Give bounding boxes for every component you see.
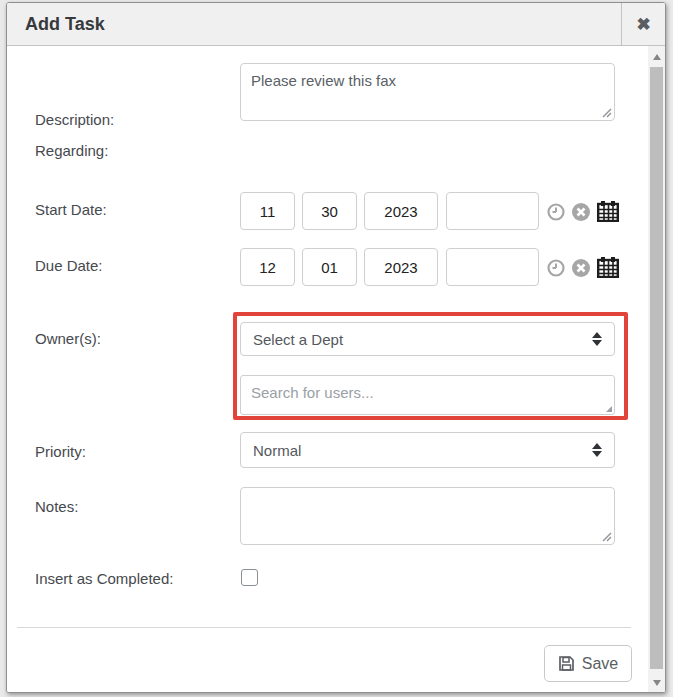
due-time-input[interactable]: [446, 248, 539, 286]
add-task-dialog: Add Task ✖ Description: Please review th…: [6, 2, 666, 693]
due-time-picker-button[interactable]: [547, 259, 565, 277]
calendar-icon: [597, 200, 619, 222]
resize-grip-icon[interactable]: [601, 531, 612, 542]
footer-divider: [17, 627, 631, 628]
start-date-calendar-button[interactable]: [597, 200, 619, 222]
priority-label: Priority:: [35, 443, 86, 460]
scrollbar-thumb[interactable]: [650, 67, 663, 669]
start-time-picker-button[interactable]: [547, 203, 565, 221]
description-input[interactable]: Please review this fax: [240, 63, 615, 121]
start-time-input[interactable]: [446, 192, 539, 230]
save-button-label: Save: [582, 655, 618, 673]
due-date-clear-button[interactable]: [572, 259, 590, 277]
save-button[interactable]: Save: [544, 645, 632, 682]
close-button[interactable]: ✖: [621, 3, 665, 45]
vertical-scrollbar[interactable]: [648, 46, 665, 693]
clock-icon: [547, 259, 565, 277]
owners-label: Owner(s):: [35, 330, 101, 347]
select-updown-icon: [592, 332, 602, 346]
save-floppy-icon: [558, 655, 575, 672]
dept-select[interactable]: Select a Dept: [240, 322, 615, 356]
close-icon: ✖: [636, 14, 650, 35]
resize-grip-icon[interactable]: [601, 107, 612, 118]
calendar-icon: [597, 256, 619, 278]
start-date-label: Start Date:: [35, 201, 107, 218]
clear-circle-icon: [572, 203, 590, 221]
dialog-header: Add Task ✖: [7, 3, 665, 46]
description-label: Description:: [35, 111, 114, 128]
due-day-input[interactable]: [302, 248, 357, 286]
dialog-title: Add Task: [7, 14, 105, 35]
insert-completed-checkbox[interactable]: [241, 569, 258, 586]
start-year-input[interactable]: [364, 192, 438, 230]
scroll-up-arrow-icon[interactable]: [648, 48, 665, 65]
start-month-input[interactable]: [240, 192, 295, 230]
clock-icon: [547, 203, 565, 221]
start-day-input[interactable]: [302, 192, 357, 230]
due-year-input[interactable]: [364, 248, 438, 286]
regarding-label: Regarding:: [35, 142, 108, 159]
dept-select-value: Select a Dept: [253, 331, 592, 348]
priority-select[interactable]: Normal: [240, 432, 615, 468]
start-date-clear-button[interactable]: [572, 203, 590, 221]
due-month-input[interactable]: [240, 248, 295, 286]
clear-circle-icon: [572, 259, 590, 277]
resize-grip-icon[interactable]: [605, 405, 613, 413]
notes-input[interactable]: [240, 487, 615, 545]
due-date-label: Due Date:: [35, 257, 103, 274]
select-updown-icon: [592, 443, 602, 457]
due-date-calendar-button[interactable]: [597, 256, 619, 278]
scroll-down-arrow-icon[interactable]: [648, 674, 665, 691]
notes-label: Notes:: [35, 498, 78, 515]
insert-completed-label: Insert as Completed:: [35, 570, 173, 587]
dialog-body: Description: Please review this fax Rega…: [7, 46, 665, 693]
priority-select-value: Normal: [253, 442, 592, 459]
user-search-input[interactable]: [240, 375, 615, 415]
